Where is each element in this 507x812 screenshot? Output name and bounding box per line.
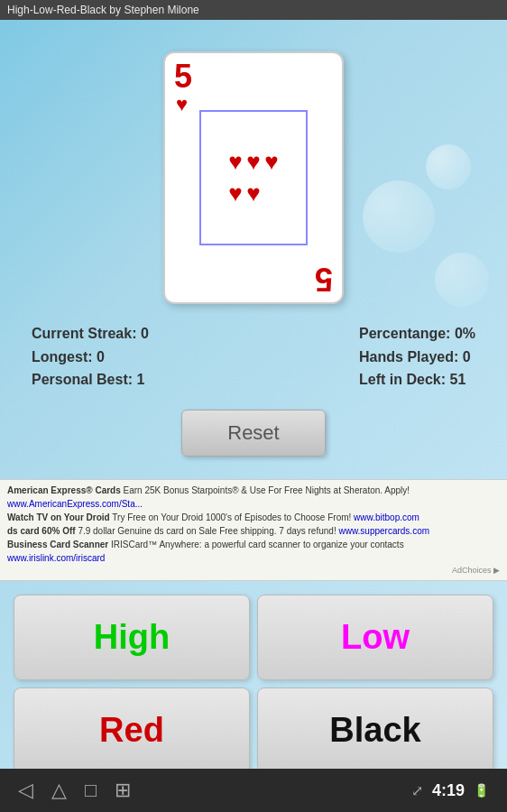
ad-1-text: Earn 25K Bonus Starpoints® & Use For Fre… xyxy=(124,485,410,495)
pip-2: ♥ xyxy=(246,148,261,176)
black-button[interactable]: Black xyxy=(257,687,493,773)
percentage-value: 0% xyxy=(455,326,475,341)
current-streak-row: Current Streak: 0 xyxy=(32,322,149,346)
ad-line-2: Watch TV on Your Droid Try Free on Your … xyxy=(7,511,500,524)
nav-right: ⤢ 4:19 🔋 xyxy=(411,781,489,800)
main-content: 5 ♥ ♥ ♥ ♥ ♥ ♥ 5 Current Streak: 0 Longes… xyxy=(0,20,507,479)
recent-icon[interactable]: □ xyxy=(85,779,97,802)
card-value-bottom: 5 xyxy=(315,263,333,295)
high-button[interactable]: High xyxy=(14,595,250,680)
ad-2-link[interactable]: www.bitbop.com xyxy=(354,512,419,522)
title-bar-text: High-Low-Red-Black by Stephen Milone xyxy=(7,4,199,16)
card-value-top: 5 xyxy=(174,60,192,93)
stats-left: Current Streak: 0 Longest: 0 Personal Be… xyxy=(32,322,149,392)
card-inner-box: ♥ ♥ ♥ ♥ ♥ xyxy=(199,110,308,245)
reset-button[interactable]: Reset xyxy=(181,410,325,457)
ad-1-title: American Express® Cards xyxy=(7,485,121,495)
personal-best-label: Personal Best: xyxy=(32,372,133,387)
current-streak-value: 0 xyxy=(141,326,149,341)
red-button[interactable]: Red xyxy=(14,687,250,773)
title-bar: High-Low-Red-Black by Stephen Milone xyxy=(0,0,507,20)
home-icon[interactable]: △ xyxy=(51,779,67,802)
back-icon[interactable]: ◁ xyxy=(18,779,33,802)
stats-right: Percentange: 0% Hands Played: 0 Left in … xyxy=(359,322,475,392)
longest-value: 0 xyxy=(97,349,105,364)
card-suit-top: ♥ xyxy=(176,93,188,116)
grid-icon[interactable]: ⊞ xyxy=(115,779,131,802)
longest-row: Longest: 0 xyxy=(32,346,149,369)
ad-line-3: ds card 60% Off 7.9 dollar Genuine ds ca… xyxy=(7,524,500,538)
longest-label: Longest: xyxy=(32,349,93,364)
card-pips: ♥ ♥ ♥ ♥ ♥ xyxy=(201,130,306,226)
playing-card: 5 ♥ ♥ ♥ ♥ ♥ ♥ 5 xyxy=(163,51,344,304)
nav-bar: ◁ △ □ ⊞ ⤢ 4:19 🔋 xyxy=(0,769,507,812)
pip-4: ♥ xyxy=(228,180,243,208)
game-buttons: High Low Red Black xyxy=(0,586,507,782)
stats-container: Current Streak: 0 Longest: 0 Personal Be… xyxy=(14,313,493,401)
left-in-deck-row: Left in Deck: 51 xyxy=(359,368,475,392)
ad-bar: American Express® Cards Earn 25K Bonus S… xyxy=(0,479,507,582)
ad-line-4: Business Card Scanner IRISCard™ Anywhere… xyxy=(7,538,500,565)
ad-4-title: Business Card Scanner xyxy=(7,540,108,549)
pip-1: ♥ xyxy=(228,148,243,176)
ad-4-text: IRISCard™ Anywhere: a powerful card scan… xyxy=(111,540,404,549)
personal-best-row: Personal Best: 1 xyxy=(32,368,149,392)
ad-3-text: 7.9 dollar Genuine ds card on Sale Free … xyxy=(78,526,336,536)
percentage-row: Percentange: 0% xyxy=(359,322,475,346)
ad-line-1: American Express® Cards Earn 25K Bonus S… xyxy=(7,484,500,511)
current-streak-label: Current Streak: xyxy=(32,326,136,341)
low-button[interactable]: Low xyxy=(257,595,493,680)
ad-choices: AdChoices ▶ xyxy=(7,565,500,577)
left-in-deck-value: 51 xyxy=(450,372,466,387)
ad-3-title: ds card 60% Off xyxy=(7,526,76,536)
hands-played-row: Hands Played: 0 xyxy=(359,346,475,369)
battery-icon: 🔋 xyxy=(474,783,489,798)
ad-4-link[interactable]: www.irislink.com/iriscard xyxy=(7,553,105,563)
ad-1-link[interactable]: www.AmericanExpress.com/Sta... xyxy=(7,499,143,509)
left-in-deck-label: Left in Deck: xyxy=(359,372,446,387)
expand-icon: ⤢ xyxy=(411,782,423,799)
ad-2-text: Try Free on Your Droid 1000's of Episode… xyxy=(112,512,351,522)
hands-played-label: Hands Played: xyxy=(359,349,458,364)
pip-3: ♥ xyxy=(264,148,279,176)
percentage-label: Percentange: xyxy=(359,326,450,341)
personal-best-value: 1 xyxy=(137,372,145,387)
nav-left-icons: ◁ △ □ ⊞ xyxy=(18,779,131,802)
ad-2-title: Watch TV on Your Droid xyxy=(7,512,110,522)
time-display: 4:19 xyxy=(432,781,465,800)
ad-3-link[interactable]: www.suppercards.com xyxy=(338,526,429,536)
hands-played-value: 0 xyxy=(463,349,471,364)
pip-5: ♥ xyxy=(246,180,261,208)
